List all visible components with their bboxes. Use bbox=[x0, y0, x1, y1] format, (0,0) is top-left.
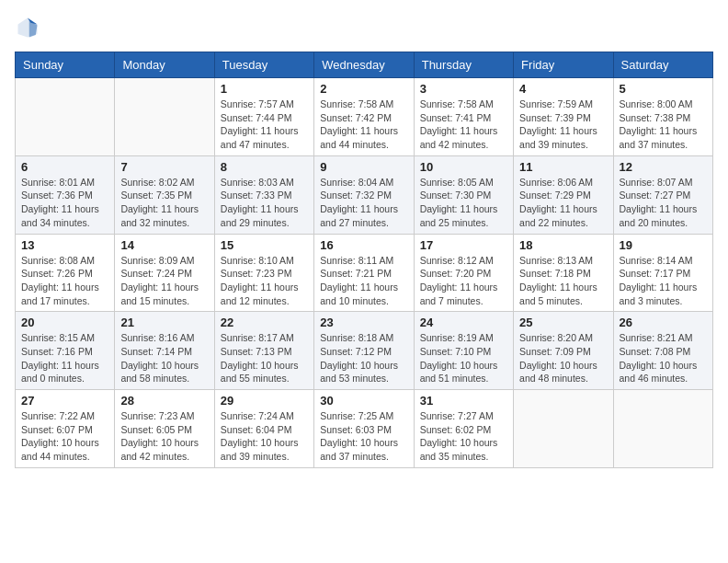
day-number: 4 bbox=[519, 82, 607, 96]
day-info: Sunrise: 7:24 AM Sunset: 6:04 PM Dayligh… bbox=[221, 409, 308, 464]
calendar-day-cell bbox=[514, 390, 613, 468]
day-info: Sunrise: 8:06 AM Sunset: 7:29 PM Dayligh… bbox=[519, 176, 607, 230]
day-number: 3 bbox=[420, 82, 507, 96]
day-number: 31 bbox=[420, 394, 507, 408]
day-number: 26 bbox=[620, 316, 707, 329]
calendar-day-cell: 5Sunrise: 8:00 AM Sunset: 7:38 PM Daylig… bbox=[613, 78, 712, 156]
day-info: Sunrise: 8:07 AM Sunset: 7:27 PM Dayligh… bbox=[620, 176, 707, 230]
day-info: Sunrise: 8:10 AM Sunset: 7:23 PM Dayligh… bbox=[221, 254, 308, 308]
day-number: 10 bbox=[420, 160, 507, 174]
calendar-day-cell bbox=[613, 390, 712, 468]
day-number: 20 bbox=[21, 316, 108, 329]
calendar-day-cell bbox=[115, 78, 214, 156]
day-info: Sunrise: 7:25 AM Sunset: 6:03 PM Dayligh… bbox=[320, 409, 407, 464]
calendar-day-cell: 14Sunrise: 8:09 AM Sunset: 7:24 PM Dayli… bbox=[115, 234, 214, 312]
logo bbox=[15, 15, 44, 40]
calendar-day-cell: 26Sunrise: 8:21 AM Sunset: 7:08 PM Dayli… bbox=[613, 312, 712, 390]
day-info: Sunrise: 7:59 AM Sunset: 7:39 PM Dayligh… bbox=[519, 98, 607, 152]
calendar-header-tuesday: Tuesday bbox=[214, 52, 313, 78]
day-info: Sunrise: 8:01 AM Sunset: 7:36 PM Dayligh… bbox=[21, 176, 108, 230]
calendar-week-row: 20Sunrise: 8:15 AM Sunset: 7:16 PM Dayli… bbox=[16, 312, 713, 390]
calendar-header-row: SundayMondayTuesdayWednesdayThursdayFrid… bbox=[16, 52, 713, 78]
day-info: Sunrise: 8:02 AM Sunset: 7:35 PM Dayligh… bbox=[120, 176, 208, 230]
calendar-day-cell: 3Sunrise: 7:58 AM Sunset: 7:41 PM Daylig… bbox=[414, 78, 513, 156]
day-number: 27 bbox=[21, 394, 108, 408]
logo-icon bbox=[15, 15, 40, 40]
day-info: Sunrise: 7:58 AM Sunset: 7:42 PM Dayligh… bbox=[320, 98, 407, 152]
day-number: 11 bbox=[519, 160, 607, 174]
day-info: Sunrise: 8:20 AM Sunset: 7:09 PM Dayligh… bbox=[519, 331, 607, 385]
day-info: Sunrise: 8:17 AM Sunset: 7:13 PM Dayligh… bbox=[221, 331, 308, 385]
day-info: Sunrise: 8:14 AM Sunset: 7:17 PM Dayligh… bbox=[620, 254, 707, 308]
calendar-day-cell: 2Sunrise: 7:58 AM Sunset: 7:42 PM Daylig… bbox=[314, 78, 414, 156]
day-number: 23 bbox=[320, 316, 407, 329]
day-number: 19 bbox=[620, 238, 707, 252]
day-number: 12 bbox=[620, 160, 707, 174]
calendar-day-cell: 16Sunrise: 8:11 AM Sunset: 7:21 PM Dayli… bbox=[314, 234, 414, 312]
day-number: 7 bbox=[120, 160, 208, 174]
day-number: 9 bbox=[320, 160, 407, 174]
calendar-header-wednesday: Wednesday bbox=[314, 52, 414, 78]
calendar-header-monday: Monday bbox=[115, 52, 214, 78]
day-number: 2 bbox=[320, 82, 407, 96]
calendar-day-cell: 1Sunrise: 7:57 AM Sunset: 7:44 PM Daylig… bbox=[214, 78, 313, 156]
calendar-day-cell: 28Sunrise: 7:23 AM Sunset: 6:05 PM Dayli… bbox=[115, 390, 214, 468]
day-info: Sunrise: 8:13 AM Sunset: 7:18 PM Dayligh… bbox=[519, 254, 607, 308]
calendar-day-cell: 31Sunrise: 7:27 AM Sunset: 6:02 PM Dayli… bbox=[414, 390, 513, 468]
day-info: Sunrise: 8:00 AM Sunset: 7:38 PM Dayligh… bbox=[620, 98, 707, 152]
calendar-day-cell: 22Sunrise: 8:17 AM Sunset: 7:13 PM Dayli… bbox=[214, 312, 313, 390]
day-number: 29 bbox=[221, 394, 308, 408]
page-header bbox=[15, 15, 713, 40]
day-info: Sunrise: 8:03 AM Sunset: 7:33 PM Dayligh… bbox=[221, 176, 308, 230]
day-info: Sunrise: 8:08 AM Sunset: 7:26 PM Dayligh… bbox=[21, 254, 108, 308]
day-info: Sunrise: 7:27 AM Sunset: 6:02 PM Dayligh… bbox=[420, 409, 507, 464]
day-info: Sunrise: 7:58 AM Sunset: 7:41 PM Dayligh… bbox=[420, 98, 507, 152]
day-info: Sunrise: 8:11 AM Sunset: 7:21 PM Dayligh… bbox=[320, 254, 407, 308]
day-number: 28 bbox=[120, 394, 208, 408]
day-info: Sunrise: 8:05 AM Sunset: 7:30 PM Dayligh… bbox=[420, 176, 507, 230]
day-number: 22 bbox=[221, 316, 308, 329]
day-number: 18 bbox=[519, 238, 607, 252]
calendar-header-saturday: Saturday bbox=[613, 52, 712, 78]
calendar-day-cell: 19Sunrise: 8:14 AM Sunset: 7:17 PM Dayli… bbox=[613, 234, 712, 312]
calendar-day-cell: 21Sunrise: 8:16 AM Sunset: 7:14 PM Dayli… bbox=[115, 312, 214, 390]
calendar-week-row: 27Sunrise: 7:22 AM Sunset: 6:07 PM Dayli… bbox=[16, 390, 713, 468]
day-number: 24 bbox=[420, 316, 507, 329]
calendar-day-cell: 25Sunrise: 8:20 AM Sunset: 7:09 PM Dayli… bbox=[514, 312, 613, 390]
day-number: 1 bbox=[221, 82, 308, 96]
calendar-day-cell: 7Sunrise: 8:02 AM Sunset: 7:35 PM Daylig… bbox=[115, 155, 214, 234]
calendar-day-cell: 29Sunrise: 7:24 AM Sunset: 6:04 PM Dayli… bbox=[214, 390, 313, 468]
day-number: 14 bbox=[120, 238, 208, 252]
day-number: 16 bbox=[320, 238, 407, 252]
calendar-day-cell bbox=[16, 78, 115, 156]
calendar-day-cell: 17Sunrise: 8:12 AM Sunset: 7:20 PM Dayli… bbox=[414, 234, 513, 312]
calendar-day-cell: 18Sunrise: 8:13 AM Sunset: 7:18 PM Dayli… bbox=[514, 234, 613, 312]
day-info: Sunrise: 8:16 AM Sunset: 7:14 PM Dayligh… bbox=[120, 331, 208, 385]
calendar-day-cell: 24Sunrise: 8:19 AM Sunset: 7:10 PM Dayli… bbox=[414, 312, 513, 390]
calendar-day-cell: 27Sunrise: 7:22 AM Sunset: 6:07 PM Dayli… bbox=[16, 390, 115, 468]
calendar-day-cell: 13Sunrise: 8:08 AM Sunset: 7:26 PM Dayli… bbox=[16, 234, 115, 312]
calendar-header-sunday: Sunday bbox=[16, 52, 115, 78]
day-info: Sunrise: 7:23 AM Sunset: 6:05 PM Dayligh… bbox=[120, 409, 208, 464]
calendar-day-cell: 30Sunrise: 7:25 AM Sunset: 6:03 PM Dayli… bbox=[314, 390, 414, 468]
calendar-day-cell: 10Sunrise: 8:05 AM Sunset: 7:30 PM Dayli… bbox=[414, 155, 513, 234]
day-number: 8 bbox=[221, 160, 308, 174]
day-number: 30 bbox=[320, 394, 407, 408]
calendar-table: SundayMondayTuesdayWednesdayThursdayFrid… bbox=[15, 52, 713, 468]
calendar-week-row: 6Sunrise: 8:01 AM Sunset: 7:36 PM Daylig… bbox=[16, 155, 713, 234]
day-number: 25 bbox=[519, 316, 607, 329]
calendar-day-cell: 6Sunrise: 8:01 AM Sunset: 7:36 PM Daylig… bbox=[16, 155, 115, 234]
day-info: Sunrise: 8:04 AM Sunset: 7:32 PM Dayligh… bbox=[320, 176, 407, 230]
calendar-day-cell: 4Sunrise: 7:59 AM Sunset: 7:39 PM Daylig… bbox=[514, 78, 613, 156]
day-info: Sunrise: 8:21 AM Sunset: 7:08 PM Dayligh… bbox=[620, 331, 707, 385]
day-info: Sunrise: 8:09 AM Sunset: 7:24 PM Dayligh… bbox=[120, 254, 208, 308]
calendar-day-cell: 20Sunrise: 8:15 AM Sunset: 7:16 PM Dayli… bbox=[16, 312, 115, 390]
day-number: 6 bbox=[21, 160, 108, 174]
day-info: Sunrise: 7:22 AM Sunset: 6:07 PM Dayligh… bbox=[21, 409, 108, 464]
day-number: 13 bbox=[21, 238, 108, 252]
calendar-day-cell: 15Sunrise: 8:10 AM Sunset: 7:23 PM Dayli… bbox=[214, 234, 313, 312]
day-info: Sunrise: 8:15 AM Sunset: 7:16 PM Dayligh… bbox=[21, 331, 108, 385]
day-number: 21 bbox=[120, 316, 208, 329]
day-info: Sunrise: 8:19 AM Sunset: 7:10 PM Dayligh… bbox=[420, 331, 507, 385]
day-info: Sunrise: 8:12 AM Sunset: 7:20 PM Dayligh… bbox=[420, 254, 507, 308]
